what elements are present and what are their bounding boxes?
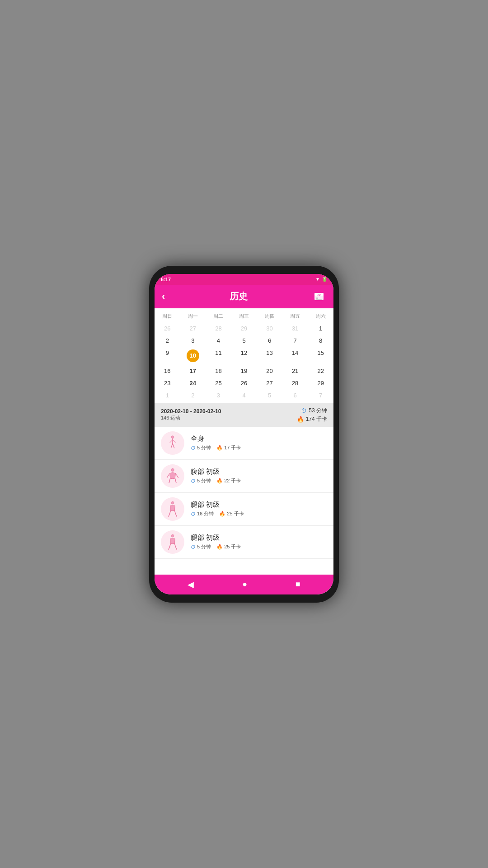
back-button[interactable]: ‹ — [162, 291, 165, 302]
summary-date: 2020-02-10 - 2020-02-10 — [161, 408, 221, 415]
calendar-day[interactable]: 28 — [282, 377, 308, 389]
calendar-day[interactable]: 28 — [206, 322, 231, 335]
workout-icon — [161, 464, 184, 488]
workout-calories: 🔥 17 千卡 — [216, 444, 241, 451]
page-title: 历史 — [230, 290, 248, 302]
workout-item[interactable]: 全身 ⏱ 5 分钟 🔥 17 千卡 — [155, 427, 333, 460]
calendar-weekdays: 周日 周一 周二 周三 周四 周五 周六 — [155, 312, 333, 321]
summary-left: 2020-02-10 - 2020-02-10 146 运动 — [161, 408, 221, 421]
calendar-day[interactable]: 3 — [180, 335, 206, 347]
weekday-tue: 周二 — [206, 312, 231, 321]
calendar-day[interactable]: 16 — [155, 365, 180, 377]
battery-icon: 🔋 — [322, 277, 327, 282]
signal-icon: ▼ — [315, 277, 320, 282]
calendar-day[interactable]: 2 — [180, 389, 206, 401]
svg-point-5 — [171, 435, 174, 438]
svg-line-10 — [173, 443, 174, 448]
workout-stats: ⏱ 16 分钟 🔥 25 千卡 — [191, 510, 244, 517]
calendar-day[interactable]: 29 — [308, 377, 333, 389]
calendar-day[interactable]: 5 — [257, 389, 282, 401]
weekday-wed: 周三 — [231, 312, 257, 321]
calendar-day[interactable]: 21 — [282, 365, 308, 377]
calendar-day[interactable]: 27 — [257, 377, 282, 389]
workout-time: ⏱ 5 分钟 — [191, 444, 211, 451]
weekday-thu: 周四 — [257, 312, 282, 321]
workout-stats: ⏱ 5 分钟 🔥 22 千卡 — [191, 477, 241, 484]
calendar-day[interactable]: 23 — [155, 377, 180, 389]
calendar-day[interactable]: 6 — [257, 335, 282, 347]
svg-text:AD: AD — [317, 293, 321, 296]
workout-stats: ⏱ 5 分钟 🔥 25 千卡 — [191, 543, 241, 550]
fire-icon: 🔥 — [297, 416, 304, 423]
calendar-day[interactable]: 14 — [282, 347, 308, 365]
calendar-day[interactable]: 6 — [282, 389, 308, 401]
svg-line-14 — [167, 475, 169, 478]
calendar-day[interactable]: 25 — [206, 377, 231, 389]
summary-count: 146 运动 — [161, 415, 221, 421]
calendar-day[interactable]: 29 — [231, 322, 257, 335]
calendar-day[interactable]: 13 — [257, 347, 282, 365]
calendar-day[interactable]: 15 — [308, 347, 333, 365]
calendar-day[interactable]: 4 — [231, 389, 257, 401]
nav-square-button[interactable]: ■ — [290, 578, 306, 591]
calendar-day[interactable]: 12 — [231, 347, 257, 365]
nav-back-button[interactable]: ◀ — [182, 578, 199, 591]
calendar-day[interactable]: 8 — [308, 335, 333, 347]
calendar-day[interactable]: 9 — [155, 347, 180, 365]
clock-icon: ⏱ — [301, 407, 307, 414]
workout-item[interactable]: 腿部 初级 ⏱ 5 分钟 🔥 25 千卡 — [155, 526, 333, 559]
calendar-day[interactable]: 11 — [206, 347, 231, 365]
calendar-day[interactable]: 27 — [180, 322, 206, 335]
calendar-day[interactable]: 10 — [180, 347, 206, 365]
calendar-day[interactable]: 2 — [155, 335, 180, 347]
svg-line-22 — [169, 543, 170, 547]
workout-info: 全身 ⏱ 5 分钟 🔥 17 千卡 — [191, 434, 241, 451]
svg-line-13 — [175, 478, 176, 482]
calendar-day[interactable]: 1 — [308, 322, 333, 335]
workout-item[interactable]: 腹部 初级 ⏱ 5 分钟 🔥 22 千卡 — [155, 460, 333, 493]
svg-line-7 — [170, 439, 173, 442]
calendar-grid: 2627282930311234567891011121314151617181… — [155, 322, 333, 401]
calendar-day[interactable]: 7 — [282, 335, 308, 347]
status-icons: ▼ 🔋 — [315, 277, 327, 282]
svg-line-19 — [174, 510, 175, 514]
calendar-day[interactable]: 26 — [231, 377, 257, 389]
calendar-day[interactable]: 26 — [155, 322, 180, 335]
calendar-day[interactable]: 1 — [155, 389, 180, 401]
workout-time: ⏱ 16 分钟 — [191, 510, 214, 517]
ad-icon[interactable]: AD — [312, 289, 326, 304]
svg-rect-3 — [316, 297, 318, 299]
calendar-day[interactable]: 4 — [206, 335, 231, 347]
calendar-day[interactable]: 5 — [231, 335, 257, 347]
calendar-day[interactable]: 3 — [206, 389, 231, 401]
calendar-day[interactable]: 20 — [257, 365, 282, 377]
calendar-day[interactable]: 17 — [180, 365, 206, 377]
workout-calories: 🔥 25 千卡 — [219, 510, 244, 517]
svg-line-25 — [176, 547, 177, 549]
calendar-day[interactable]: 24 — [180, 377, 206, 389]
workout-item[interactable]: 腿部 初级 ⏱ 16 分钟 🔥 25 千卡 — [155, 493, 333, 526]
calendar-day[interactable]: 18 — [206, 365, 231, 377]
status-time: 6:17 — [161, 277, 171, 282]
bottom-nav: ◀ ● ■ — [155, 575, 333, 594]
svg-line-8 — [173, 439, 175, 442]
workout-calories: 🔥 22 千卡 — [216, 477, 241, 484]
nav-home-button[interactable]: ● — [237, 578, 253, 591]
calendar-day[interactable]: 31 — [282, 322, 308, 335]
summary-cal-value: 174 千卡 — [306, 415, 327, 423]
calendar-day[interactable]: 30 — [257, 322, 282, 335]
svg-point-11 — [171, 468, 174, 472]
calendar-day[interactable]: 22 — [308, 365, 333, 377]
calendar-day[interactable]: 7 — [308, 389, 333, 401]
weekday-fri: 周五 — [282, 312, 308, 321]
svg-line-23 — [169, 547, 169, 549]
summary-right: ⏱ 53 分钟 🔥 174 千卡 — [297, 407, 327, 423]
svg-line-17 — [169, 510, 170, 514]
svg-line-18 — [169, 514, 169, 516]
app-header: ‹ 历史 AD — [155, 285, 333, 308]
workout-calories: 🔥 25 千卡 — [216, 543, 241, 550]
svg-rect-4 — [316, 299, 322, 300]
workout-icon — [161, 530, 184, 554]
calendar-day[interactable]: 19 — [231, 365, 257, 377]
svg-point-21 — [171, 534, 174, 537]
